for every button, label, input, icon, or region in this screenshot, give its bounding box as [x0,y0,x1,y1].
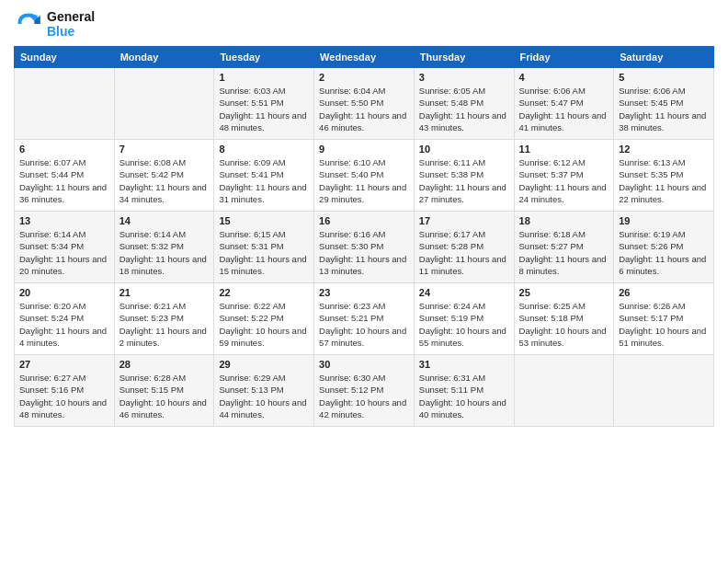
header: General Blue [14,9,714,39]
sunset-text: Sunset: 5:40 PM [319,168,409,180]
calendar-header: SundayMondayTuesdayWednesdayThursdayFrid… [15,47,714,68]
daylight-text: Daylight: 11 hours and 31 minutes. [219,181,309,206]
day-cell [614,355,714,427]
logo: General Blue [14,9,95,39]
day-cell: 24 Sunrise: 6:24 AM Sunset: 5:19 PM Dayl… [414,283,514,355]
daylight-text: Daylight: 11 hours and 29 minutes. [319,181,409,206]
cell-info: Sunrise: 6:08 AM Sunset: 5:42 PM Dayligh… [119,156,210,205]
cell-info: Sunrise: 6:18 AM Sunset: 5:27 PM Dayligh… [519,228,609,277]
daylight-text: Daylight: 11 hours and 46 minutes. [319,109,409,134]
sunrise-text: Sunrise: 6:12 AM [519,156,609,168]
sunrise-text: Sunrise: 6:23 AM [319,300,409,312]
sunset-text: Sunset: 5:37 PM [519,168,609,180]
cell-info: Sunrise: 6:20 AM Sunset: 5:24 PM Dayligh… [19,300,109,349]
sunset-text: Sunset: 5:45 PM [619,97,709,109]
day-number: 12 [619,144,709,155]
day-number: 18 [519,215,609,226]
sunset-text: Sunset: 5:41 PM [219,168,309,180]
day-cell: 19 Sunrise: 6:19 AM Sunset: 5:26 PM Dayl… [614,212,714,283]
day-number: 17 [419,215,509,226]
day-number: 25 [519,287,609,298]
sunset-text: Sunset: 5:28 PM [419,240,509,252]
day-cell: 27 Sunrise: 6:27 AM Sunset: 5:16 PM Dayl… [15,355,115,427]
day-number: 2 [319,72,409,83]
cell-info: Sunrise: 6:13 AM Sunset: 5:35 PM Dayligh… [619,156,709,205]
sunset-text: Sunset: 5:23 PM [119,312,210,324]
sunset-text: Sunset: 5:15 PM [119,384,210,396]
cell-info: Sunrise: 6:07 AM Sunset: 5:44 PM Dayligh… [19,156,109,205]
cell-info: Sunrise: 6:28 AM Sunset: 5:15 PM Dayligh… [119,372,210,420]
sunset-text: Sunset: 5:19 PM [419,312,509,324]
day-number: 4 [519,72,609,83]
day-cell: 9 Sunrise: 6:10 AM Sunset: 5:40 PM Dayli… [314,140,415,212]
daylight-text: Daylight: 11 hours and 22 minutes. [619,181,709,206]
calendar-table: SundayMondayTuesdayWednesdayThursdayFrid… [14,46,714,427]
day-cell [114,68,214,140]
sunset-text: Sunset: 5:21 PM [319,312,409,324]
day-cell: 7 Sunrise: 6:08 AM Sunset: 5:42 PM Dayli… [114,140,214,212]
cell-info: Sunrise: 6:04 AM Sunset: 5:50 PM Dayligh… [319,85,409,133]
cell-info: Sunrise: 6:11 AM Sunset: 5:38 PM Dayligh… [419,156,509,205]
sunrise-text: Sunrise: 6:28 AM [119,372,210,384]
day-number: 23 [319,287,409,298]
daylight-text: Daylight: 11 hours and 43 minutes. [419,109,509,134]
day-cell: 13 Sunrise: 6:14 AM Sunset: 5:34 PM Dayl… [15,212,115,283]
sunset-text: Sunset: 5:26 PM [619,240,709,252]
sunrise-text: Sunrise: 6:15 AM [219,228,309,240]
day-number: 7 [119,144,210,155]
day-number: 6 [19,144,109,155]
daylight-text: Daylight: 10 hours and 44 minutes. [219,396,309,421]
day-cell: 31 Sunrise: 6:31 AM Sunset: 5:11 PM Dayl… [414,355,514,427]
sunset-text: Sunset: 5:30 PM [319,240,409,252]
daylight-text: Daylight: 11 hours and 2 minutes. [119,325,210,350]
cell-info: Sunrise: 6:23 AM Sunset: 5:21 PM Dayligh… [319,300,409,349]
daylight-text: Daylight: 11 hours and 34 minutes. [119,181,210,206]
day-cell: 22 Sunrise: 6:22 AM Sunset: 5:22 PM Dayl… [214,283,314,355]
cell-info: Sunrise: 6:29 AM Sunset: 5:13 PM Dayligh… [219,372,309,420]
sunrise-text: Sunrise: 6:26 AM [619,300,709,312]
header-cell-tuesday: Tuesday [214,47,314,68]
sunset-text: Sunset: 5:51 PM [219,97,309,109]
day-number: 22 [219,287,309,298]
day-cell: 21 Sunrise: 6:21 AM Sunset: 5:23 PM Dayl… [114,283,214,355]
day-number: 21 [119,287,210,298]
day-cell: 10 Sunrise: 6:11 AM Sunset: 5:38 PM Dayl… [414,140,514,212]
day-number: 28 [119,359,210,370]
sunrise-text: Sunrise: 6:31 AM [419,372,509,384]
cell-info: Sunrise: 6:06 AM Sunset: 5:47 PM Dayligh… [519,85,609,133]
cell-info: Sunrise: 6:21 AM Sunset: 5:23 PM Dayligh… [119,300,210,349]
sunset-text: Sunset: 5:18 PM [519,312,609,324]
cell-info: Sunrise: 6:16 AM Sunset: 5:30 PM Dayligh… [319,228,409,277]
day-cell: 20 Sunrise: 6:20 AM Sunset: 5:24 PM Dayl… [15,283,115,355]
cell-info: Sunrise: 6:17 AM Sunset: 5:28 PM Dayligh… [419,228,509,277]
day-number: 27 [19,359,109,370]
cell-info: Sunrise: 6:24 AM Sunset: 5:19 PM Dayligh… [419,300,509,349]
logo-icon [14,9,43,39]
sunrise-text: Sunrise: 6:20 AM [19,300,109,312]
day-cell: 11 Sunrise: 6:12 AM Sunset: 5:37 PM Dayl… [514,140,614,212]
day-cell: 28 Sunrise: 6:28 AM Sunset: 5:15 PM Dayl… [114,355,214,427]
sunrise-text: Sunrise: 6:17 AM [419,228,509,240]
sunrise-text: Sunrise: 6:03 AM [219,85,309,97]
header-cell-monday: Monday [114,47,214,68]
page: General Blue SundayMondayTuesdayWednesda… [0,0,728,563]
cell-info: Sunrise: 6:05 AM Sunset: 5:48 PM Dayligh… [419,85,509,133]
daylight-text: Daylight: 11 hours and 27 minutes. [419,181,509,206]
sunset-text: Sunset: 5:44 PM [19,168,109,180]
daylight-text: Daylight: 10 hours and 55 minutes. [419,325,509,350]
sunset-text: Sunset: 5:13 PM [219,384,309,396]
day-number: 11 [519,144,609,155]
cell-info: Sunrise: 6:19 AM Sunset: 5:26 PM Dayligh… [619,228,709,277]
day-cell: 5 Sunrise: 6:06 AM Sunset: 5:45 PM Dayli… [614,68,714,140]
sunrise-text: Sunrise: 6:11 AM [419,156,509,168]
day-cell [514,355,614,427]
daylight-text: Daylight: 11 hours and 15 minutes. [219,253,309,278]
cell-info: Sunrise: 6:03 AM Sunset: 5:51 PM Dayligh… [219,85,309,133]
day-cell: 1 Sunrise: 6:03 AM Sunset: 5:51 PM Dayli… [214,68,314,140]
sunrise-text: Sunrise: 6:21 AM [119,300,210,312]
daylight-text: Daylight: 11 hours and 24 minutes. [519,181,609,206]
cell-info: Sunrise: 6:27 AM Sunset: 5:16 PM Dayligh… [19,372,109,420]
daylight-text: Daylight: 11 hours and 13 minutes. [319,253,409,278]
day-cell: 3 Sunrise: 6:05 AM Sunset: 5:48 PM Dayli… [414,68,514,140]
daylight-text: Daylight: 11 hours and 6 minutes. [619,253,709,278]
